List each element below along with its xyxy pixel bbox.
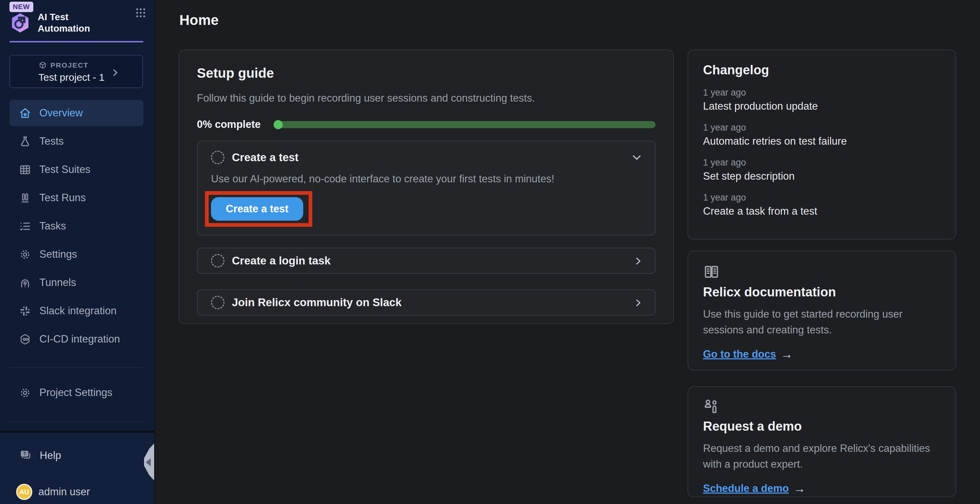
changelog-text: Set step description [703, 170, 940, 182]
sidebar-item-settings[interactable]: Settings [10, 241, 143, 267]
progress-label: 0% complete [197, 118, 261, 130]
app-logo-icon [10, 11, 31, 34]
changelog-title: Changelog [703, 63, 940, 77]
task-list-icon [19, 220, 31, 232]
step-description: Use our AI-powered, no-code interface to… [211, 173, 641, 185]
annotation-highlight-box: Create a test [205, 191, 312, 227]
setup-guide-subtitle: Follow this guide to begin recording use… [197, 92, 655, 104]
sidebar-footer: ? Help AU admin user [0, 431, 154, 504]
setup-progress: 0% complete [197, 118, 655, 130]
project-selector[interactable]: PROJECT Test project - 1 [10, 55, 143, 88]
sidebar-item-project-settings[interactable]: Project Settings [10, 380, 143, 406]
project-name: Test project - 1 [38, 72, 105, 83]
sidebar-nav: Overview Tests Test Suites [10, 100, 143, 354]
arrow-right-icon: → [781, 347, 793, 361]
test-tubes-icon [19, 192, 31, 204]
sidebar-item-label: CI-CD integration [40, 333, 120, 345]
app-switcher-grid-icon[interactable] [135, 7, 147, 19]
create-a-test-button[interactable]: Create a test [211, 197, 303, 221]
brand-underline [10, 41, 143, 42]
changelog-card: Changelog 1 year ago Latest production u… [687, 49, 956, 240]
app-window: NEW AI Test Automation [0, 0, 980, 504]
sidebar-divider [10, 421, 143, 422]
changelog-time: 1 year ago [703, 157, 940, 168]
sidebar-item-tests[interactable]: Tests [10, 128, 143, 154]
step-title: Join Relicx community on Slack [232, 296, 401, 309]
new-badge: NEW [10, 2, 33, 12]
sidebar-item-label: Settings [40, 248, 77, 261]
sidebar-item-label: Overview [40, 107, 83, 119]
chevron-right-icon [633, 256, 643, 267]
gear-icon [19, 248, 31, 261]
sidebar-item-label: Tasks [40, 220, 66, 232]
project-box-icon [38, 61, 47, 70]
chevron-right-icon [110, 68, 120, 78]
schedule-demo-link[interactable]: Schedule a demo [703, 482, 789, 494]
chevron-right-icon [633, 297, 643, 308]
sidebar-edge-divider [154, 0, 155, 504]
brand: AI Test Automation [10, 11, 143, 34]
incomplete-step-icon [211, 296, 224, 309]
sidebar-item-label: Project Settings [40, 386, 112, 399]
progress-bar [274, 121, 655, 128]
request-demo-title: Request a demo [703, 419, 940, 434]
brand-title: AI Test Automation [38, 11, 90, 34]
chevron-down-icon[interactable] [631, 151, 643, 164]
help-label: Help [40, 450, 61, 462]
svg-text:?: ? [23, 451, 26, 456]
slack-icon [19, 305, 31, 317]
sidebar-item-test-suites[interactable]: Test Suites [10, 156, 143, 183]
changelog-time: 1 year ago [703, 122, 940, 133]
request-demo-body: Request a demo and explore Relicx's capa… [703, 440, 940, 472]
step-title: Create a login task [232, 254, 331, 267]
project-label: PROJECT [51, 61, 89, 69]
sidebar-item-slack-integration[interactable]: Slack integration [10, 298, 143, 324]
sidebar-item-label: Test Suites [40, 164, 91, 176]
changelog-text: Latest production update [703, 100, 940, 112]
changelog-time: 1 year ago [703, 192, 940, 203]
changelog-text: Create a task from a test [703, 205, 940, 217]
setup-step-create-a-test[interactable]: Create a test Use our AI-powered, no-cod… [197, 141, 655, 235]
setup-guide-title: Setup guide [197, 65, 655, 81]
sidebar-item-tasks[interactable]: Tasks [10, 213, 143, 239]
home-icon [19, 107, 31, 119]
changelog-time: 1 year ago [703, 87, 940, 98]
step-title: Create a test [232, 151, 299, 164]
sidebar-item-label: Tunnels [40, 277, 76, 289]
request-demo-card: Request a demo Request a demo and explor… [687, 386, 956, 497]
table-grid-icon [19, 164, 31, 176]
open-book-icon [703, 264, 720, 280]
gear-icon [19, 386, 31, 399]
sidebar-nav-secondary: Project Settings [10, 380, 143, 408]
user-name: admin user [38, 486, 90, 498]
progress-knob [274, 120, 283, 129]
documentation-body: Use this guide to get started recording … [703, 306, 940, 338]
sidebar-item-label: Tests [40, 135, 64, 147]
sidebar-item-overview[interactable]: Overview [10, 100, 143, 126]
arrow-right-icon: → [794, 482, 806, 496]
sidebar-item-label: Test Runs [40, 192, 86, 204]
user-menu[interactable]: AU admin user [16, 484, 90, 500]
sidebar: NEW AI Test Automation [0, 0, 154, 504]
help-chat-icon: ? [19, 449, 32, 462]
documentation-card: Relicx documentation Use this guide to g… [687, 251, 956, 370]
sidebar-item-tunnels[interactable]: Tunnels [10, 269, 143, 296]
page-title: Home [180, 12, 219, 28]
help-button[interactable]: ? Help [19, 449, 61, 462]
flask-icon [19, 135, 31, 148]
documentation-title: Relicx documentation [703, 285, 940, 299]
sidebar-item-label: Slack integration [40, 305, 116, 317]
tunnel-icon [19, 277, 31, 289]
setup-step-join-slack-community[interactable]: Join Relicx community on Slack [197, 289, 655, 316]
sidebar-item-cicd-integration[interactable]: CI-CD integration [10, 326, 143, 352]
setup-guide-card: Setup guide Follow this guide to begin r… [179, 49, 674, 324]
changelog-text: Automatic retries on test failure [703, 135, 940, 147]
incomplete-step-icon [211, 254, 224, 267]
setup-step-create-login-task[interactable]: Create a login task [197, 248, 655, 274]
cicd-hexagon-icon [19, 333, 31, 345]
changelog-entry: 1 year ago Automatic retries on test fai… [703, 122, 940, 147]
go-to-docs-link[interactable]: Go to the docs [703, 348, 776, 360]
changelog-entry: 1 year ago Latest production update [703, 87, 940, 112]
sidebar-item-test-runs[interactable]: Test Runs [10, 185, 143, 211]
changelog-entry: 1 year ago Create a task from a test [703, 192, 940, 217]
